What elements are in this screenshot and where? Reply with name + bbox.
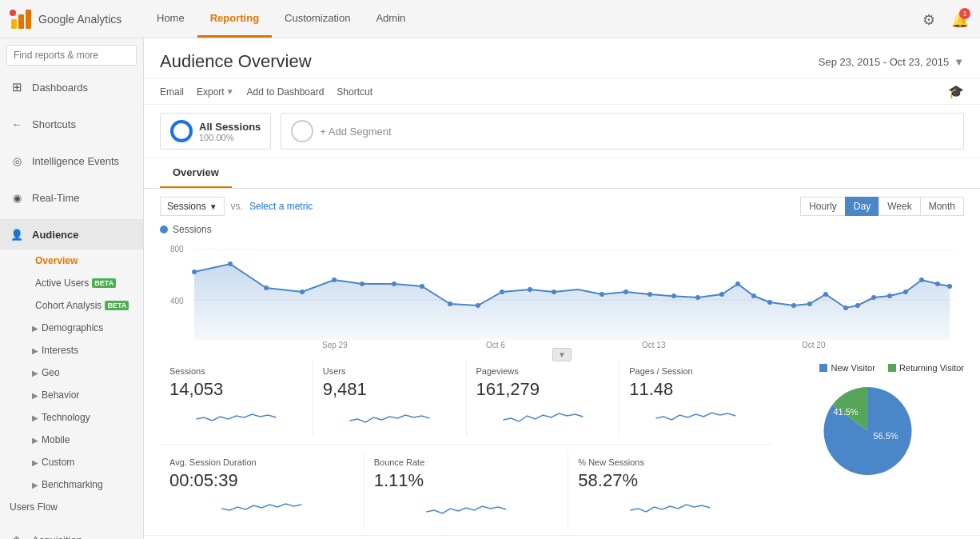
sidebar-search-area — [0, 38, 143, 72]
export-dropdown[interactable]: Export ▼ — [197, 86, 234, 98]
add-dashboard-button[interactable]: Add to Dashboard — [247, 86, 325, 98]
new-visitor-label: New Visitor — [831, 363, 874, 373]
sidebar-item-realtime[interactable]: ◉ Real-Time — [0, 182, 143, 213]
settings-icon[interactable]: ⚙ — [922, 11, 938, 27]
chart-area: Sessions 800 400 Sep 29 Oct 6 Oct 13 Oct… — [144, 224, 980, 360]
pages-session-label: Pages / Session — [629, 366, 763, 376]
all-sessions-segment[interactable]: All Sessions 100.00% — [160, 113, 271, 150]
users-sparkline — [323, 405, 456, 429]
svg-point-32 — [735, 281, 740, 286]
add-segment-button[interactable]: + Add Segment — [281, 113, 964, 150]
time-hourly[interactable]: Hourly — [800, 197, 846, 216]
sidebar: ⊞ Dashboards ← Shortcuts ◎ Intelligence … — [0, 38, 144, 539]
metric-dropdown-arrow: ▼ — [209, 202, 217, 211]
ga-logo-icon — [10, 8, 32, 30]
pie-legend: New Visitor Returning Visitor — [819, 363, 964, 373]
logo-text: Google Analytics — [38, 13, 122, 26]
shortcut-button[interactable]: Shortcut — [337, 86, 372, 98]
avg-duration-value: 00:05:39 — [169, 470, 354, 491]
intelligence-label: Intelligence Events — [32, 155, 119, 167]
notifications-icon[interactable]: 🔔 1 — [951, 11, 967, 27]
nav-customization[interactable]: Customization — [272, 0, 363, 38]
tab-overview[interactable]: Overview — [160, 158, 232, 188]
sidebar-subitem-custom[interactable]: ▶ Custom — [0, 451, 143, 473]
svg-point-14 — [228, 262, 233, 266]
nav-links: Home Reporting Customization Admin — [144, 0, 922, 38]
svg-point-33 — [751, 293, 756, 298]
nav-admin[interactable]: Admin — [363, 0, 418, 38]
svg-point-15 — [264, 285, 269, 290]
sidebar-subitem-demographics[interactable]: ▶ Demographics — [0, 317, 143, 339]
export-button[interactable]: Export — [197, 86, 225, 98]
sidebar-item-shortcuts[interactable]: ← Shortcuts — [0, 109, 143, 139]
chart-controls: Sessions ▼ vs. Select a metric Hourly Da… — [144, 189, 980, 224]
sidebar-subitem-benchmarking[interactable]: ▶ Benchmarking — [0, 473, 143, 496]
returning-visitor-label: Returning Visitor — [899, 363, 964, 373]
returning-visitor-legend: Returning Visitor — [888, 363, 964, 373]
shortcuts-label: Shortcuts — [32, 118, 76, 130]
date-range-arrow: ▼ — [954, 56, 964, 68]
technology-label: Technology — [42, 412, 90, 423]
sidebar-subitem-behavior[interactable]: ▶ Behavior — [0, 384, 143, 406]
custom-triangle: ▶ — [32, 458, 38, 467]
select-metric-link[interactable]: Select a metric — [249, 201, 313, 212]
acquisition-label: Acquisition — [32, 534, 82, 540]
metric-selector: Sessions ▼ vs. Select a metric — [160, 197, 313, 216]
nav-home[interactable]: Home — [144, 0, 197, 38]
sidebar-subitem-users-flow[interactable]: Users Flow — [0, 496, 143, 518]
sidebar-item-dashboards[interactable]: ⊞ Dashboards — [0, 72, 143, 102]
acquisition-icon: ◈ — [10, 533, 24, 539]
svg-point-30 — [695, 295, 700, 300]
svg-point-21 — [448, 301, 452, 306]
chart-svg-container: 800 400 Sep 29 Oct 6 Oct 13 Oct 20 — [160, 240, 964, 352]
overview-label: Overview — [35, 255, 78, 266]
sessions-chart: 800 400 Sep 29 Oct 6 Oct 13 Oct 20 — [160, 240, 964, 352]
sidebar-subitem-cohort[interactable]: Cohort Analysis BETA — [0, 294, 143, 317]
time-month[interactable]: Month — [920, 197, 964, 216]
users-label: Users — [323, 366, 456, 376]
svg-text:Oct 20: Oct 20 — [802, 341, 826, 349]
sidebar-subitem-geo[interactable]: ▶ Geo — [0, 361, 143, 384]
svg-point-38 — [843, 305, 848, 310]
sessions-label: Sessions — [169, 366, 303, 376]
sidebar-item-intelligence[interactable]: ◎ Intelligence Events — [0, 146, 143, 176]
tabs-row: Overview — [144, 158, 980, 189]
sidebar-item-audience[interactable]: 👤 Audience — [0, 219, 143, 250]
users-value: 9,481 — [323, 379, 456, 400]
chart-legend-dot — [160, 226, 168, 234]
svg-point-26 — [600, 292, 604, 297]
sidebar-subitem-overview[interactable]: Overview — [0, 250, 143, 272]
email-button[interactable]: Email — [160, 86, 184, 98]
svg-text:800: 800 — [170, 245, 184, 254]
date-range-picker[interactable]: Sep 23, 2015 - Oct 23, 2015 ▼ — [819, 56, 964, 68]
printer-icon[interactable]: 🎓 — [948, 84, 964, 99]
returning-visitor-box — [888, 364, 896, 372]
search-input[interactable] — [6, 45, 137, 66]
sidebar-subitem-technology[interactable]: ▶ Technology — [0, 406, 143, 429]
svg-point-22 — [476, 303, 480, 308]
svg-point-37 — [823, 292, 828, 297]
sidebar-subitem-active-users[interactable]: Active Users BETA — [0, 272, 143, 294]
sidebar-subitem-mobile[interactable]: ▶ Mobile — [0, 429, 143, 451]
nav-reporting[interactable]: Reporting — [197, 0, 272, 38]
svg-point-18 — [360, 281, 365, 286]
metric-pages-session: Pages / Session 11.48 — [619, 360, 772, 437]
svg-rect-0 — [11, 19, 17, 29]
chart-expand-button[interactable]: ▼ — [552, 348, 572, 361]
metric-users: Users 9,481 — [313, 360, 467, 437]
svg-point-3 — [10, 10, 16, 16]
svg-point-13 — [192, 270, 197, 274]
avg-duration-label: Avg. Session Duration — [169, 457, 354, 467]
metric-dropdown[interactable]: Sessions ▼ — [160, 197, 225, 216]
audience-label: Audience — [32, 229, 79, 241]
sidebar-item-acquisition[interactable]: ◈ Acquisition — [0, 525, 143, 539]
time-week[interactable]: Week — [878, 197, 920, 216]
logo-area: Google Analytics — [0, 8, 144, 30]
visitor-pie-chart: 56.5% 41.5% — [812, 379, 924, 483]
svg-point-24 — [528, 287, 532, 292]
sidebar-subitem-interests[interactable]: ▶ Interests — [0, 339, 143, 361]
segment-pct: 100.00% — [199, 133, 261, 142]
mobile-triangle: ▶ — [32, 436, 38, 445]
time-day[interactable]: Day — [845, 197, 879, 216]
custom-label: Custom — [42, 457, 74, 468]
